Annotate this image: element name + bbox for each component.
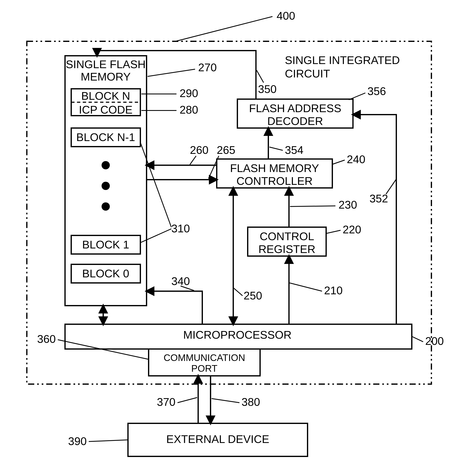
controller-line2: CONTROLLER [236, 175, 313, 187]
decoder-line1: FLASH ADDRESS [249, 102, 341, 114]
ref-380: 380 [241, 396, 260, 408]
conn-352 [353, 115, 396, 324]
block-1-label: BLOCK 1 [82, 238, 129, 251]
ref-350: 350 [258, 83, 277, 95]
leader-350 [257, 70, 264, 83]
ref-340: 340 [171, 275, 190, 287]
block-n-label: BLOCK N [81, 90, 130, 102]
leader-260 [190, 156, 196, 165]
ic-label-line2: CIRCUIT [285, 67, 330, 80]
block-n-1-label: BLOCK N-1 [76, 131, 135, 143]
ref-354: 354 [285, 144, 303, 156]
ref-220: 220 [343, 223, 361, 236]
icp-code-label: ICP CODE [79, 103, 133, 116]
leader-210 [290, 283, 322, 291]
leader-240 [333, 160, 345, 164]
ellipsis-dot-2 [101, 182, 110, 190]
conn-340 [147, 291, 202, 324]
ic-label-line1: SINGLE INTEGRATED [285, 54, 400, 66]
flash-mem-title1: SINGLE FLASH [66, 58, 146, 70]
ref-240: 240 [347, 153, 365, 165]
external-device-label: EXTERNAL DEVICE [166, 433, 269, 445]
leader-356 [349, 93, 365, 100]
ref-310: 310 [171, 222, 190, 235]
ref-390: 390 [68, 435, 87, 447]
leader-370 [177, 398, 197, 403]
ref-250: 250 [244, 289, 262, 302]
leader-220 [326, 230, 341, 233]
ref-356: 356 [367, 85, 386, 97]
comm-port-line1: COMMUNICATION [164, 352, 245, 363]
comm-port-line2: PORT [191, 363, 217, 374]
ref-280: 280 [180, 103, 198, 116]
leader-270 [148, 69, 195, 76]
diagram-root: 400 SINGLE INTEGRATED CIRCUIT SINGLE FLA… [0, 0, 457, 476]
ref-352: 352 [369, 192, 388, 205]
leader-380 [212, 399, 240, 403]
ref-290: 290 [180, 87, 198, 99]
ref-270: 270 [198, 61, 217, 74]
microprocessor-label: MICROPROCESSOR [183, 329, 291, 341]
controller-line1: FLASH MEMORY [230, 162, 319, 174]
ref-360: 360 [37, 333, 56, 345]
leader-354 [269, 147, 283, 150]
leader-390 [89, 440, 128, 442]
ref-400: 400 [277, 9, 295, 22]
leader-200 [412, 337, 423, 342]
register-line2: REGISTER [258, 243, 316, 255]
block-0-label: BLOCK 0 [82, 267, 129, 280]
leader-230 [290, 206, 335, 206]
ref-200: 200 [425, 335, 444, 347]
leader-400 [175, 17, 273, 41]
leader-250 [234, 288, 242, 296]
ellipsis-dot-3 [101, 202, 110, 211]
ref-260: 260 [190, 144, 208, 156]
register-line1: CONTROL [260, 230, 314, 242]
ref-210: 210 [324, 284, 343, 297]
ref-265: 265 [217, 144, 235, 156]
ref-370: 370 [157, 396, 175, 408]
decoder-line2: DECODER [267, 115, 323, 127]
ellipsis-dot-1 [101, 161, 110, 169]
leader-352 [386, 180, 396, 194]
flash-mem-title2: MEMORY [81, 70, 131, 83]
ref-230: 230 [339, 198, 357, 211]
